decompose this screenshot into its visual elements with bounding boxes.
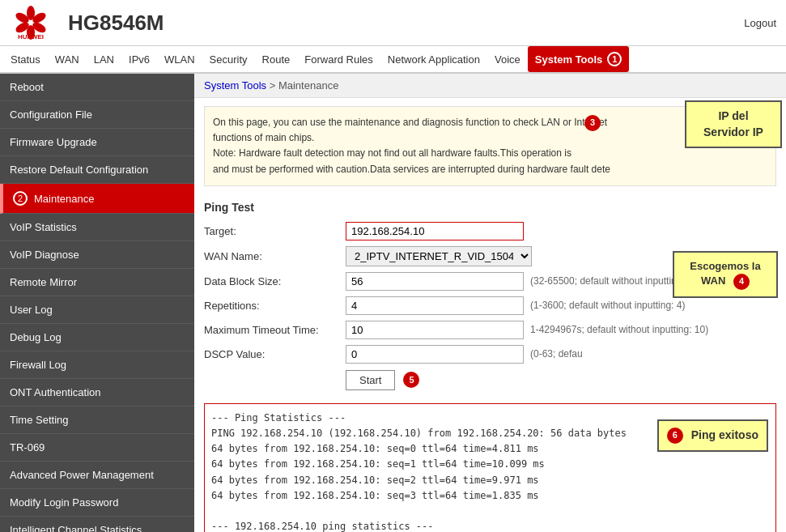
nav-item-network-application[interactable]: Network Application (380, 48, 487, 71)
sidebar-item-configuration-file[interactable]: Configuration File (0, 101, 194, 129)
dscp-hint: (0-63; defau (530, 348, 583, 360)
breadcrumb-current: Maintenance (278, 79, 338, 92)
badge-5: 5 (403, 372, 419, 388)
ping-line-5: 64 bytes from 192.168.254.10: seq=3 ttl=… (211, 488, 769, 504)
start-btn-row: Start 5 (346, 370, 776, 390)
form-row-timeout: Maximum Timeout Time: 1-4294967s; defaul… (204, 321, 776, 339)
ping-output-wrapper: --- Ping Statistics --- PING 192.168.254… (204, 403, 776, 532)
ping-line-4: 64 bytes from 192.168.254.10: seq=2 ttl=… (211, 473, 769, 488)
wan-label: WAN Name: (204, 250, 346, 262)
ping-line-3: 64 bytes from 192.168.254.10: seq=1 ttl=… (211, 457, 769, 472)
nav-item-status[interactable]: Status (3, 48, 48, 71)
nav-item-forward-rules[interactable]: Forward Rules (297, 48, 380, 71)
target-label: Target: (204, 225, 346, 237)
sidebar-item-firmware-upgrade[interactable]: Firmware Upgrade (0, 129, 194, 156)
sidebar-item-voip-statistics[interactable]: VoIP Statistics (0, 214, 194, 241)
breadcrumb: System Tools > Maintenance (194, 74, 786, 98)
sidebar-item-reboot[interactable]: Reboot (0, 74, 194, 101)
sidebar-badge-2: 2 (13, 191, 28, 206)
start-button[interactable]: Start (346, 370, 395, 390)
sidebar-item-modify-login[interactable]: Modify Login Password (0, 489, 194, 517)
svg-text:HUAWEI: HUAWEI (18, 33, 44, 40)
nav-item-system-tools[interactable]: System Tools 1 (528, 46, 630, 72)
sidebar-item-advanced-power[interactable]: Advanced Power Management (0, 462, 194, 489)
model-title: HG8546M (68, 11, 744, 36)
sidebar-item-remote-mirror[interactable]: Remote Mirror (0, 269, 194, 296)
sidebar: Reboot Configuration File Firmware Upgra… (0, 74, 194, 532)
ping-line-6: --- 192.168.254.10 ping statistics --- (211, 519, 769, 532)
huawei-logo-icon: HUAWEI (10, 5, 52, 40)
sidebar-item-user-log[interactable]: User Log (0, 296, 194, 324)
info-box: 3 On this page, you can use the maintena… (204, 106, 776, 186)
form-row-repetitions: Repetitions: (1-3600; default without in… (204, 296, 776, 315)
info-line4: and must be performed with caution.Data … (213, 162, 767, 177)
repetitions-input[interactable] (346, 296, 524, 315)
info-line3: Note: Hardware fault detection may not f… (213, 146, 767, 161)
nav-item-wan[interactable]: WAN (48, 48, 87, 71)
datablock-input[interactable] (346, 272, 524, 291)
badge-4: 4 (733, 274, 750, 290)
breadcrumb-separator: > (270, 79, 278, 92)
timeout-input[interactable] (346, 321, 524, 339)
nav-item-voice[interactable]: Voice (487, 48, 528, 71)
ping-line-blank (211, 504, 769, 519)
nav-bar: Status WAN LAN IPv6 WLAN Security Route … (0, 46, 786, 74)
sidebar-item-intelligent-channel[interactable]: Intelligent Channel Statistics (0, 517, 194, 532)
timeout-label: Maximum Timeout Time: (204, 324, 346, 336)
form-row-wan: WAN Name: 2_IPTV_INTERNET_R_VID_1504 Esc… (204, 246, 776, 266)
target-input[interactable] (346, 222, 524, 240)
nav-item-security[interactable]: Security (202, 48, 255, 71)
annotation-ip-server: IP delServidor IP (685, 100, 782, 148)
dscp-label: DSCP Value: (204, 348, 346, 360)
logout-button[interactable]: Logout (744, 17, 776, 29)
nav-item-wlan[interactable]: WLAN (157, 48, 202, 71)
badge-6: 6 (667, 428, 683, 444)
sidebar-item-maintenance[interactable]: 2 Maintenance (0, 184, 194, 214)
timeout-hint: 1-4294967s; default without inputting: 1… (530, 324, 708, 335)
annotation-ping-exitoso: 6 Ping exitoso (657, 419, 768, 452)
sidebar-item-ont-authentication[interactable]: ONT Authentication (0, 379, 194, 406)
main-layout: Reboot Configuration File Firmware Upgra… (0, 74, 786, 532)
info-badge-3: 3 (584, 115, 601, 131)
nav-item-ipv6[interactable]: IPv6 (121, 48, 157, 71)
form-row-target: Target: (204, 222, 776, 240)
content-area: System Tools > Maintenance 3 On this pag… (194, 74, 786, 532)
wan-select[interactable]: 2_IPTV_INTERNET_R_VID_1504 (346, 246, 532, 266)
nav-item-route[interactable]: Route (255, 48, 298, 71)
sidebar-item-tr069[interactable]: TR-069 (0, 434, 194, 462)
datablock-label: Data Block Size: (204, 275, 346, 287)
repetitions-hint: (1-3600; default without inputting: 4) (530, 300, 685, 311)
sidebar-item-debug-log[interactable]: Debug Log (0, 324, 194, 351)
nav-item-lan[interactable]: LAN (87, 48, 121, 71)
dscp-input[interactable] (346, 345, 524, 364)
logo-area: HUAWEI (10, 5, 52, 40)
repetitions-label: Repetitions: (204, 300, 346, 312)
nav-badge-1: 1 (607, 52, 622, 66)
breadcrumb-parent[interactable]: System Tools (204, 79, 266, 92)
ping-test-section: Ping Test Target: WAN Name: 2_IPTV_INTER… (194, 194, 786, 397)
sidebar-item-voip-diagnose[interactable]: VoIP Diagnose (0, 241, 194, 269)
sidebar-item-restore-default[interactable]: Restore Default Configuration (0, 156, 194, 184)
header: HUAWEI HG8546M Logout (0, 0, 786, 46)
form-row-dscp: DSCP Value: (0-63; defau (204, 345, 776, 364)
sidebar-item-time-setting[interactable]: Time Setting (0, 406, 194, 434)
ping-test-title: Ping Test (204, 201, 776, 214)
sidebar-item-firewall-log[interactable]: Firewall Log (0, 351, 194, 379)
annotation-wan: Escogemos laWAN 4 (673, 251, 778, 298)
